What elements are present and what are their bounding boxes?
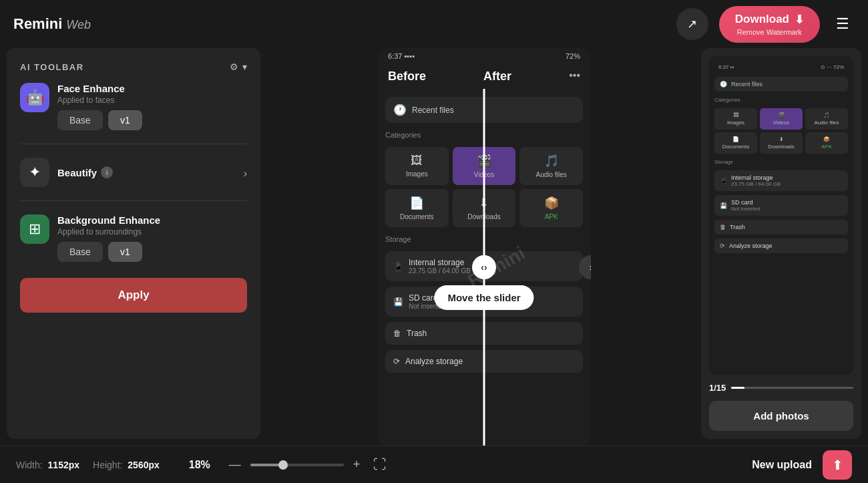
beautify-arrow: › [244, 168, 247, 180]
storage-sd-icon: 💾 [393, 297, 403, 307]
trash-icon: 🗑 [393, 329, 401, 338]
chevron-down-icon: ▾ [242, 61, 247, 72]
width-label: Width: [16, 460, 43, 470]
logo: Remini Web [13, 15, 91, 33]
pagination-row: 1/15 [709, 383, 853, 393]
r-storage-sd[interactable]: 💾 SD card Not inserted [714, 195, 848, 216]
face-enhance-v1-btn[interactable]: v1 [108, 110, 142, 130]
bg-enhance-base-btn[interactable]: Base [57, 242, 103, 262]
r-categories-label: Categories [714, 96, 848, 104]
r-analyze[interactable]: ⟳ Analyze storage [714, 238, 848, 253]
width-value: 1152px [48, 460, 79, 470]
r-cat-audio[interactable]: 🎵Audio files [805, 108, 848, 130]
height-label: Height: [93, 460, 122, 470]
apply-button[interactable]: Apply [20, 278, 247, 313]
new-upload-label: New upload [752, 459, 812, 471]
r-trash[interactable]: 🗑 Trash [714, 220, 848, 234]
bg-enhance-info: Background Enhance Applied to surroundin… [57, 214, 247, 262]
right-panel: 6:37 ▪▪ ⊙ ⋯ 72% 🕐 Recent files Categorie… [701, 48, 861, 439]
bg-enhance-icon: ⊞ [20, 214, 49, 244]
r-cat-apk[interactable]: 📦APK [805, 132, 848, 154]
cat-images[interactable]: 🖼 Images [385, 147, 449, 185]
face-enhance-icon: 🤖 [20, 83, 49, 112]
r-status-bar: 6:37 ▪▪ ⊙ ⋯ 72% [714, 61, 848, 73]
bg-enhance-desc: Applied to surroundings [57, 227, 247, 236]
beautify-info: Beautify i [57, 166, 236, 178]
toolbar-settings[interactable]: ⚙ ▾ [230, 61, 247, 72]
download-button[interactable]: Download ⬇ Remove Watermark [719, 6, 820, 43]
zoom-slider-track[interactable] [250, 464, 344, 466]
menu-button[interactable]: ☰ [831, 10, 855, 38]
face-enhance-info: Face Enhance Applied to faces Base v1 [57, 83, 247, 130]
face-enhance-base-btn[interactable]: Base [57, 110, 103, 130]
pagination-active-dot [731, 387, 744, 389]
face-enhance-versions: Base v1 [57, 110, 247, 130]
divider-1 [20, 144, 247, 144]
cat-docs[interactable]: 📄 Documents [385, 189, 449, 227]
r-cat-images[interactable]: 🖼Images [714, 108, 757, 130]
r-cat-videos[interactable]: 🎬Videos [760, 108, 803, 130]
clock-icon: 🕐 [393, 104, 407, 116]
logo-remini: Remini [13, 15, 62, 33]
share-icon: ↗ [687, 17, 697, 31]
ai-toolbar-sidebar: AI TOOLBAR ⚙ ▾ 🤖 Face Enhance Applied to… [7, 48, 260, 439]
zoom-minus-button[interactable]: — [226, 455, 244, 474]
recent-files-label: Recent files [412, 106, 454, 115]
pagination-text: 1/15 [709, 383, 726, 393]
logo-web: Web [66, 18, 91, 32]
width-info: Width: 1152px [16, 460, 79, 470]
right-phone-preview: 6:37 ▪▪ ⊙ ⋯ 72% 🕐 Recent files Categorie… [709, 56, 853, 375]
r-storage-label: Storage [714, 158, 848, 166]
bg-enhance-v1-btn[interactable]: v1 [108, 242, 142, 262]
comparison-slider-handle[interactable]: ‹› [472, 255, 496, 279]
dimensions-info: Width: 1152px Height: 2560px [16, 460, 160, 470]
right-phone-ui: 6:37 ▪▪ ⊙ ⋯ 72% 🕐 Recent files Categorie… [709, 56, 853, 259]
bg-enhance-versions: Base v1 [57, 242, 247, 262]
expand-button[interactable]: ⛶ [369, 453, 391, 476]
analyze-icon: ⟳ [393, 357, 400, 366]
r-cat-downloads[interactable]: ⬇Downloads [760, 132, 803, 154]
header-right: ↗ Download ⬇ Remove Watermark ☰ [676, 6, 855, 43]
beautify-tool[interactable]: ✦ Beautify i › [20, 158, 247, 187]
download-title: Download ⬇ [735, 13, 804, 27]
zoom-controls: — + ⛶ [226, 453, 736, 476]
toolbar-title: AI TOOLBAR [20, 62, 84, 72]
share-button[interactable]: ↗ [676, 8, 708, 40]
upload-icon: ⬆ [832, 457, 843, 473]
before-label: Before [388, 69, 426, 84]
zoom-slider-thumb[interactable] [278, 460, 288, 470]
image-comparison: 6:37 ▪▪▪• 72% Before After ••• 🕐 Recent … [377, 48, 591, 446]
after-label: After [483, 69, 511, 84]
face-enhance-desc: Applied to faces [57, 96, 247, 105]
beautify-name: Beautify [57, 167, 97, 178]
zoom-percentage: 18% [189, 459, 210, 471]
add-photos-button[interactable]: Add photos [709, 401, 853, 431]
center-area: 6:37 ▪▪▪• 72% Before After ••• 🕐 Recent … [267, 48, 701, 446]
height-value: 2560px [128, 460, 159, 470]
bg-enhance-tool: ⊞ Background Enhance Applied to surround… [20, 214, 247, 262]
settings-icon: ⚙ [230, 61, 238, 72]
storage-phone-icon: 📱 [393, 262, 403, 271]
main-area: AI TOOLBAR ⚙ ▾ 🤖 Face Enhance Applied to… [0, 48, 868, 446]
status-right: 72% [566, 52, 580, 60]
upload-button[interactable]: ⬆ [823, 450, 852, 480]
beautify-icon: ✦ [20, 158, 49, 187]
menu-icon: ☰ [836, 15, 849, 32]
status-left: 6:37 ▪▪▪• [388, 52, 415, 60]
divider-2 [20, 200, 247, 201]
cat-audio[interactable]: 🎵 Audio files [519, 147, 583, 185]
face-enhance-name: Face Enhance [57, 83, 247, 94]
face-enhance-tool: 🤖 Face Enhance Applied to faces Base v1 [20, 83, 247, 130]
bg-enhance-name: Background Enhance [57, 214, 247, 226]
r-recent-files: 🕐 Recent files [714, 77, 848, 92]
pagination-progress [731, 387, 853, 389]
r-storage-internal[interactable]: 📱 Internal storage 23.75 GB / 64.00 GB [714, 170, 848, 191]
header: Remini Web ↗ Download ⬇ Remove Watermark… [0, 0, 868, 48]
cat-apk[interactable]: 📦 APK [519, 189, 583, 227]
beautify-info-icon[interactable]: i [101, 166, 113, 178]
zoom-plus-button[interactable]: + [351, 455, 363, 474]
r-cat-grid: 🖼Images 🎬Videos 🎵Audio files 📄Documents … [714, 108, 848, 154]
comparison-menu-icon[interactable]: ••• [569, 69, 580, 84]
r-cat-docs[interactable]: 📄Documents [714, 132, 757, 154]
bottom-right: New upload ⬆ [752, 450, 852, 480]
